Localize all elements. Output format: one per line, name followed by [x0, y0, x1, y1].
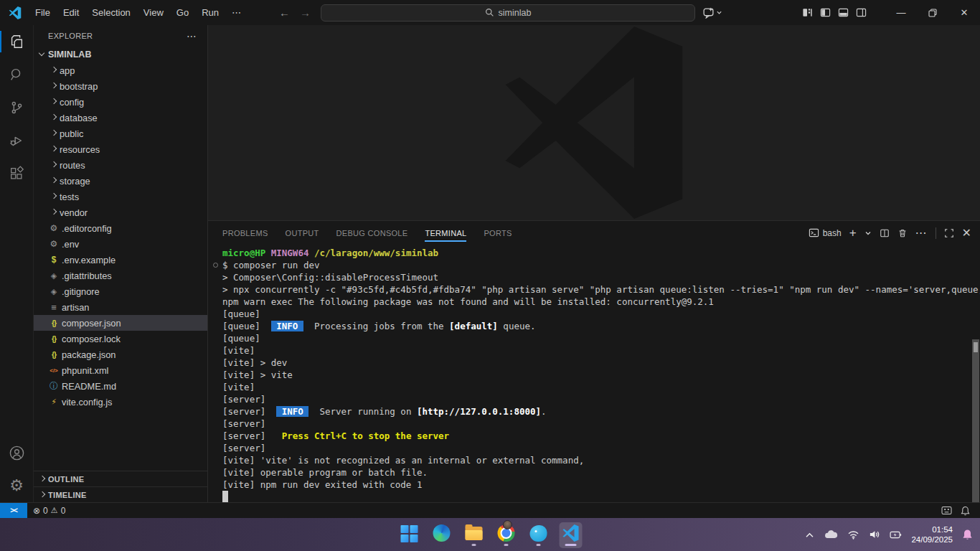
- explorer-icon[interactable]: [0, 25, 34, 58]
- scrollbar-thumb[interactable]: [972, 339, 979, 502]
- customize-layout-icon[interactable]: [802, 7, 813, 18]
- command-center-search[interactable]: siminlab: [321, 4, 695, 22]
- tree-folder[interactable]: storage: [34, 173, 207, 189]
- taskbar-chrome[interactable]: [495, 522, 518, 548]
- tree-file[interactable]: .env: [34, 236, 207, 252]
- copilot-button[interactable]: [702, 6, 722, 19]
- forward-arrow-icon[interactable]: →: [300, 6, 311, 19]
- tree-file[interactable]: phpunit.xml: [34, 362, 207, 378]
- taskbar-clock[interactable]: 01:54 24/09/2025: [911, 524, 953, 545]
- taskbar-vscode[interactable]: [560, 522, 583, 548]
- close-panel-icon[interactable]: ✕: [962, 226, 971, 240]
- menu-item[interactable]: ⋯: [225, 4, 248, 22]
- tree-file[interactable]: .env.example: [34, 252, 207, 268]
- chevron-right-icon: [48, 112, 60, 123]
- tree-file[interactable]: vite.config.js: [34, 394, 207, 410]
- hidden-icons-chevron-icon[interactable]: [805, 532, 814, 538]
- tree-folder[interactable]: config: [34, 94, 207, 110]
- folder-label: vendor: [60, 207, 88, 218]
- chevron-right-icon: [48, 207, 60, 218]
- launch-profile-chevron-icon[interactable]: [864, 230, 872, 237]
- tray-notifications-bell-icon[interactable]: [962, 529, 973, 540]
- vscode-icon: [562, 524, 579, 542]
- source-control-icon[interactable]: [0, 91, 34, 124]
- tree-folder[interactable]: public: [34, 126, 207, 141]
- toggle-secondary-sidebar-icon[interactable]: [856, 7, 867, 18]
- tree-folder[interactable]: app: [34, 62, 207, 78]
- problems-status[interactable]: ⊗ 0 ⚠ 0: [33, 506, 65, 516]
- menu-item[interactable]: View: [137, 4, 170, 22]
- panel-tab[interactable]: OUTPUT: [277, 221, 328, 245]
- views-more-actions-icon[interactable]: ⋯: [187, 30, 197, 42]
- file-icon: [48, 350, 60, 359]
- ports-icon[interactable]: [941, 506, 952, 515]
- terminal-output[interactable]: micro@HP MINGW64 /c/laragon/www/siminlab…: [208, 245, 980, 502]
- notifications-bell-icon[interactable]: [961, 506, 970, 516]
- menu-item[interactable]: Selection: [85, 4, 136, 22]
- restore-button[interactable]: [917, 0, 948, 25]
- taskbar-edge[interactable]: [430, 522, 453, 548]
- tree-file[interactable]: .gitignore: [34, 283, 207, 299]
- toggle-panel-icon[interactable]: [838, 7, 849, 18]
- file-label: .editorconfig: [62, 223, 112, 234]
- file-label: .env.example: [62, 255, 116, 265]
- tree-folder[interactable]: routes: [34, 157, 207, 173]
- wifi-icon[interactable]: [847, 530, 859, 540]
- battery-icon[interactable]: [890, 530, 902, 540]
- tree-file[interactable]: README.md: [34, 378, 207, 394]
- chevron-down-icon: [716, 9, 722, 16]
- panel-tab[interactable]: TERMINAL: [416, 221, 475, 245]
- error-icon: ⊗: [33, 506, 40, 516]
- tree-folder[interactable]: database: [34, 110, 207, 126]
- panel-tab[interactable]: DEBUG CONSOLE: [328, 221, 417, 245]
- terminal-line: [vite] operable program or batch file.: [222, 466, 980, 479]
- taskbar-laragon[interactable]: [527, 522, 550, 548]
- taskbar-start-button[interactable]: [398, 522, 421, 548]
- onedrive-cloud-icon[interactable]: [824, 530, 838, 540]
- shell-session[interactable]: bash: [809, 227, 842, 238]
- sidebar-section-header[interactable]: OUTLINE: [34, 471, 207, 486]
- search-nav-icon[interactable]: [0, 58, 34, 91]
- file-label: artisan: [62, 302, 89, 313]
- panel-more-actions-icon[interactable]: ⋯: [915, 226, 928, 240]
- run-debug-icon[interactable]: [0, 124, 34, 157]
- panel-tab[interactable]: PROBLEMS: [214, 221, 277, 245]
- taskbar-file-explorer[interactable]: [463, 522, 486, 548]
- tree-root-siminlab[interactable]: SIMINLAB: [34, 47, 207, 62]
- panel-tab[interactable]: PORTS: [475, 221, 520, 245]
- tree-folder[interactable]: vendor: [34, 204, 207, 220]
- tree-file[interactable]: .editorconfig: [34, 220, 207, 236]
- maximize-panel-icon[interactable]: [944, 228, 954, 238]
- command-decoration-icon[interactable]: [213, 263, 218, 268]
- toggle-primary-sidebar-icon[interactable]: [820, 7, 831, 18]
- sidebar-section-header[interactable]: TIMELINE: [34, 486, 207, 502]
- menu-item[interactable]: Run: [195, 4, 225, 22]
- menu-item[interactable]: File: [29, 4, 57, 22]
- tree-file[interactable]: package.json: [34, 347, 207, 362]
- tree-folder[interactable]: bootstrap: [34, 78, 207, 94]
- new-terminal-icon[interactable]: +: [849, 227, 857, 239]
- editor-area[interactable]: [208, 25, 980, 220]
- split-terminal-icon[interactable]: [880, 228, 890, 238]
- terminal-scrollbar[interactable]: [972, 221, 979, 502]
- chevron-down-icon: [37, 49, 48, 60]
- tree-file[interactable]: artisan: [34, 299, 207, 315]
- remote-indicator[interactable]: ><: [0, 503, 27, 519]
- close-button[interactable]: ✕: [948, 0, 980, 25]
- settings-gear-icon[interactable]: ⚙: [0, 469, 34, 502]
- kill-terminal-trash-icon[interactable]: [897, 228, 908, 238]
- tree-folder[interactable]: resources: [34, 141, 207, 157]
- volume-icon[interactable]: [869, 529, 880, 540]
- section-label: TIMELINE: [48, 491, 87, 499]
- tree-file[interactable]: composer.json: [34, 315, 207, 331]
- extensions-icon[interactable]: [0, 157, 34, 190]
- back-arrow-icon[interactable]: ←: [279, 6, 290, 19]
- menu-item[interactable]: Edit: [57, 4, 85, 22]
- tree-folder[interactable]: tests: [34, 189, 207, 204]
- menu-item[interactable]: Go: [170, 4, 195, 22]
- minimize-button[interactable]: —: [885, 0, 917, 25]
- terminal-line: [queue]: [222, 332, 980, 344]
- tree-file[interactable]: composer.lock: [34, 331, 207, 347]
- tree-file[interactable]: .gitattributes: [34, 268, 207, 283]
- account-icon[interactable]: [0, 436, 34, 469]
